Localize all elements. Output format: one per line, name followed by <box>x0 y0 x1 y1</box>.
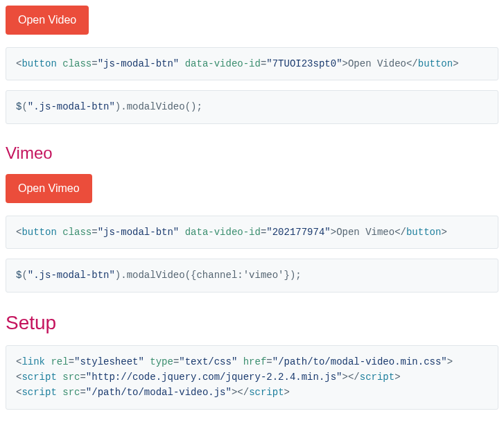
heading-vimeo: Vimeo <box>6 143 498 163</box>
open-video-button[interactable]: Open Video <box>6 6 89 35</box>
code-block-button-vimeo: <button class="js-modal-btn" data-video-… <box>6 216 498 249</box>
code-block-js-vimeo: $(".js-modal-btn").modalVideo({channel:'… <box>6 259 498 292</box>
open-vimeo-button[interactable]: Open Vimeo <box>6 174 92 203</box>
heading-setup: Setup <box>6 312 498 334</box>
code-block-button-youtube: <button class="js-modal-btn" data-video-… <box>6 47 498 80</box>
code-block-js-youtube: $(".js-modal-btn").modalVideo(); <box>6 90 498 123</box>
code-block-setup: <link rel="stylesheet" type="text/css" h… <box>6 345 498 410</box>
